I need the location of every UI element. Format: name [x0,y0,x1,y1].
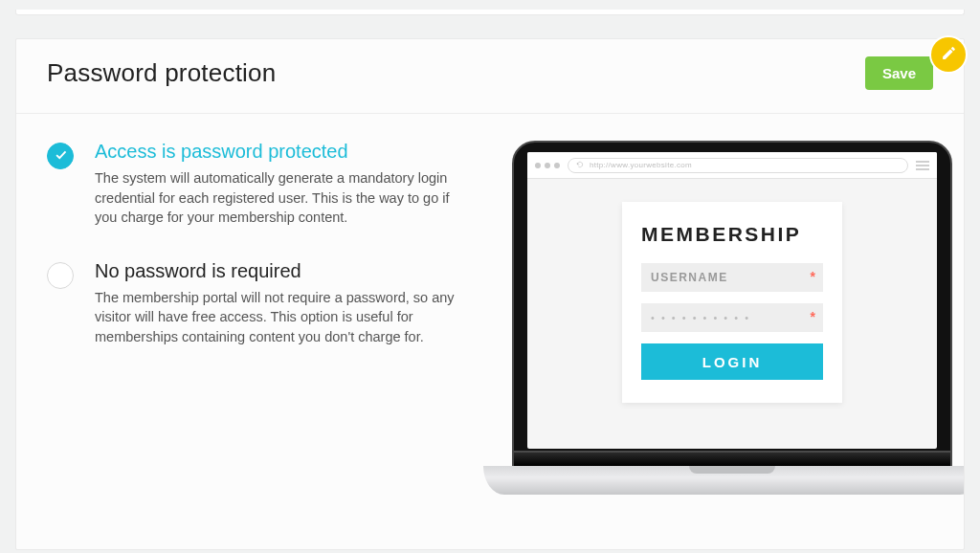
window-dots-icon [535,163,560,168]
option-password-protected[interactable]: Access is password protected The system … [47,141,478,228]
pencil-icon [941,45,957,65]
option-title: No password is required [95,260,458,282]
option-description: The membership portal will not require a… [95,288,458,347]
login-form-preview: MEMBERSHIP USERNAME * • • • • • • • • • … [622,202,842,403]
username-field-preview: USERNAME * [641,263,823,292]
radio-selected[interactable] [47,143,74,169]
save-button[interactable]: Save [865,56,933,90]
required-asterisk: * [811,269,815,284]
option-description: The system will automatically generate a… [95,168,458,228]
login-form-title: MEMBERSHIP [641,223,823,246]
password-protection-card: Password protection Save Access is passw… [15,38,965,550]
previous-card-edge [15,10,965,15]
required-asterisk: * [811,309,815,324]
option-no-password[interactable]: No password is required The membership p… [47,260,478,347]
options-list: Access is password protected The system … [47,141,478,379]
address-url: http://www.yourwebsite.com [590,161,692,169]
radio-unselected[interactable] [47,262,74,289]
laptop-illustration: http://www.yourwebsite.com MEMBERSHIP US… [501,141,964,495]
login-button-preview: LOGIN [641,343,823,380]
menu-icon [916,161,929,170]
browser-chrome: http://www.yourwebsite.com [527,152,937,179]
card-header: Password protection Save [16,39,964,114]
card-title: Password protection [47,58,276,88]
edit-button[interactable] [931,37,966,72]
option-title: Access is password protected [95,141,458,163]
refresh-icon [576,161,584,170]
check-icon [54,147,68,166]
password-field-preview: • • • • • • • • • • * [641,303,823,332]
address-bar: http://www.yourwebsite.com [568,158,908,173]
